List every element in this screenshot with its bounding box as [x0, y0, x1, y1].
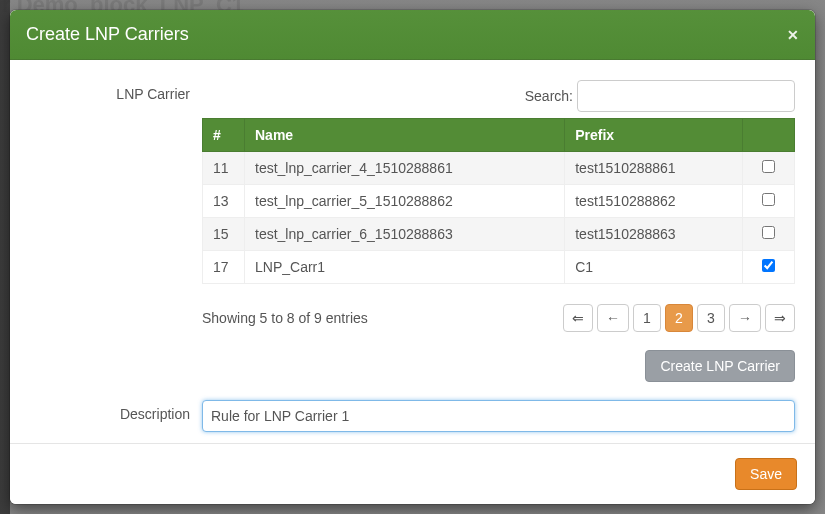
table-footer: Showing 5 to 8 of 9 entries ⇐←123→⇒ — [202, 304, 795, 332]
pagination: ⇐←123→⇒ — [563, 304, 795, 332]
cell-select — [743, 218, 795, 251]
table-row: 11test_lnp_carrier_4_1510288861test15102… — [203, 152, 795, 185]
cell-prefix: test1510288862 — [565, 185, 743, 218]
close-icon[interactable]: ✕ — [787, 27, 799, 43]
page-next[interactable]: → — [729, 304, 761, 332]
page-prev[interactable]: ← — [597, 304, 629, 332]
table-row: 13test_lnp_carrier_5_1510288862test15102… — [203, 185, 795, 218]
modal-header: Create LNP Carriers ✕ — [10, 10, 815, 60]
col-header-select — [743, 119, 795, 152]
create-lnp-carriers-modal: Create LNP Carriers ✕ LNP Carrier Search… — [10, 10, 815, 504]
cell-select — [743, 152, 795, 185]
page-first[interactable]: ⇐ — [563, 304, 593, 332]
cell-prefix: test1510288861 — [565, 152, 743, 185]
cell-name: test_lnp_carrier_6_1510288863 — [245, 218, 565, 251]
cell-prefix: test1510288863 — [565, 218, 743, 251]
cell-name: test_lnp_carrier_5_1510288862 — [245, 185, 565, 218]
modal-body: LNP Carrier Search: # Name Prefix — [10, 60, 815, 443]
modal-title: Create LNP Carriers — [26, 24, 787, 45]
cell-index: 15 — [203, 218, 245, 251]
lnp-carrier-row: LNP Carrier Search: # Name Prefix — [30, 80, 795, 382]
cell-select — [743, 185, 795, 218]
row-select-checkbox[interactable] — [762, 193, 775, 206]
table-actions: Create LNP Carrier — [202, 350, 795, 382]
cell-name: test_lnp_carrier_4_1510288861 — [245, 152, 565, 185]
lnp-carrier-control: Search: # Name Prefix 11test_ln — [202, 80, 795, 382]
page-last[interactable]: ⇒ — [765, 304, 795, 332]
row-select-checkbox[interactable] — [762, 226, 775, 239]
cell-index: 13 — [203, 185, 245, 218]
cell-index: 11 — [203, 152, 245, 185]
cell-prefix: C1 — [565, 251, 743, 284]
cell-name: LNP_Carr1 — [245, 251, 565, 284]
search-row: Search: — [202, 80, 795, 112]
page-3[interactable]: 3 — [697, 304, 725, 332]
modal-footer: Save — [10, 443, 815, 504]
lnp-carriers-table: # Name Prefix 11test_lnp_carrier_4_15102… — [202, 118, 795, 284]
cell-index: 17 — [203, 251, 245, 284]
col-header-name[interactable]: Name — [245, 119, 565, 152]
description-input[interactable] — [202, 400, 795, 432]
page-2[interactable]: 2 — [665, 304, 693, 332]
save-button[interactable]: Save — [735, 458, 797, 490]
description-label: Description — [30, 400, 202, 422]
page-1[interactable]: 1 — [633, 304, 661, 332]
col-header-index[interactable]: # — [203, 119, 245, 152]
search-label: Search: — [525, 88, 573, 104]
table-info: Showing 5 to 8 of 9 entries — [202, 310, 563, 326]
cell-select — [743, 251, 795, 284]
row-select-checkbox[interactable] — [762, 160, 775, 173]
search-input[interactable] — [577, 80, 795, 112]
lnp-carrier-label: LNP Carrier — [30, 80, 202, 102]
table-row: 17LNP_Carr1C1 — [203, 251, 795, 284]
table-row: 15test_lnp_carrier_6_1510288863test15102… — [203, 218, 795, 251]
col-header-prefix[interactable]: Prefix — [565, 119, 743, 152]
row-select-checkbox[interactable] — [762, 259, 775, 272]
create-lnp-carrier-button[interactable]: Create LNP Carrier — [645, 350, 795, 382]
description-row: Description — [30, 400, 795, 432]
